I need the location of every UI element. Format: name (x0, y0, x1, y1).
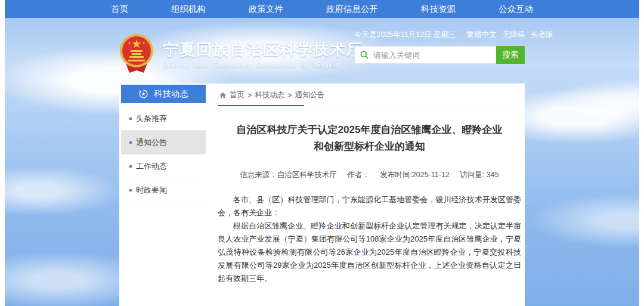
link-accessibility[interactable]: 无障碍 (503, 30, 525, 40)
breadcrumb: 首页 > 科技动态 > 通知公告 (218, 84, 521, 106)
breadcrumb-separator: > (247, 91, 252, 100)
sidebar-item-notices[interactable]: 通知公告 (121, 131, 206, 154)
search-box (354, 46, 496, 64)
page: 首页 组织机构 政策文件 政府信息公开 科技资源 公众互动 宁夏回族自治区科学技… (0, 0, 644, 306)
meta-publish-date: 发布时间:2025-11-12 (380, 171, 450, 179)
nav-item-organization[interactable]: 组织机构 (171, 4, 206, 15)
meta-source: 信息来源：自治区科学技术厅 (240, 171, 337, 179)
sidebar-item-label: 头条推荐 (136, 113, 167, 124)
sidebar-menu: 头条推荐 通知公告 工作动态 时政要闻 (121, 103, 206, 202)
article-paragraph: 根据自治区雏鹰企业、瞪羚企业和创新型标杆企业认定管理有关规定，决定认定半亩良人农… (218, 220, 521, 285)
article: 首页 > 科技动态 > 通知公告 自治区科技厅关于认定2025年度自治区雏鹰企业… (218, 84, 521, 306)
search-icon (360, 50, 369, 60)
site-titles: 宁夏回族自治区科学技术厅 Science and Technology Depa… (163, 40, 363, 69)
top-navbar: 首页 组织机构 政策文件 政府信息公开 科技资源 公众互动 (5, 0, 639, 18)
home-icon (219, 91, 227, 99)
link-elder-version[interactable]: 长者版 (531, 30, 553, 40)
search-bar: 搜索 (354, 46, 525, 64)
breadcrumb-current: 通知公告 (295, 90, 325, 100)
top-links: 今天是2025年11月12日 星期三 繁體中文 无障碍 长者版 (354, 30, 525, 40)
national-emblem-logo (117, 33, 156, 75)
sidebar-item-work-news[interactable]: 工作动态 (121, 154, 206, 178)
sidebar-item-headlines[interactable]: 头条推荐 (121, 107, 206, 131)
nav-item-public-interaction[interactable]: 公众互动 (499, 4, 533, 15)
article-body: 各市、县（区）科技管理部门，宁东能源化工基地管委会，银川经济技术开发区管委会，各… (218, 193, 521, 285)
nav-item-gov-info[interactable]: 政府信息公开 (326, 4, 378, 15)
sidebar-item-political-news[interactable]: 时政要闻 (121, 178, 206, 202)
nav-item-home[interactable]: 首页 (111, 4, 128, 15)
sidebar-item-label: 工作动态 (136, 161, 167, 172)
main-content-panel: 科技动态 头条推荐 通知公告 工作动态 时政要闻 (119, 84, 525, 306)
bullet-icon (129, 189, 132, 191)
sidebar-item-label: 时政要闻 (136, 185, 167, 196)
article-meta: 信息来源：自治区科学技术厅 作者： 发布时间:2025-11-12 访问量: 3… (218, 170, 521, 180)
sci-news-icon (138, 89, 148, 99)
bullet-icon (129, 141, 132, 144)
meta-views: 访问量: 345 (460, 171, 499, 179)
nav-item-policy-documents[interactable]: 政策文件 (249, 4, 283, 15)
article-title: 自治区科技厅关于认定2025年度自治区雏鹰企业、瞪羚企业 和创新型标杆企业的通知 (218, 122, 521, 155)
sidebar: 科技动态 头条推荐 通知公告 工作动态 时政要闻 (121, 85, 206, 202)
bullet-icon (129, 118, 132, 120)
sidebar-title: 科技动态 (154, 88, 188, 100)
article-paragraph: 各市、县（区）科技管理部门，宁东能源化工基地管委会，银川经济技术开发区管委会，各… (218, 193, 521, 220)
sidebar-header: 科技动态 (121, 85, 206, 103)
nav-item-sci-resources[interactable]: 科技资源 (421, 4, 456, 15)
search-button[interactable]: 搜索 (496, 46, 525, 64)
today-date: 今天是2025年11月12日 星期三 (354, 30, 456, 40)
site-title: 宁夏回族自治区科学技术厅 (163, 40, 363, 59)
site-header: 宁夏回族自治区科学技术厅 Science and Technology Depa… (117, 33, 363, 75)
breadcrumb-sci-news[interactable]: 科技动态 (255, 90, 284, 100)
sidebar-item-label: 通知公告 (136, 137, 167, 148)
link-traditional-chinese[interactable]: 繁體中文 (467, 30, 497, 40)
breadcrumb-accent-bar (218, 105, 304, 106)
bullet-icon (129, 165, 132, 168)
article-title-line2: 和创新型标杆企业的通知 (218, 138, 521, 155)
search-input[interactable] (373, 51, 491, 60)
article-title-line1: 自治区科技厅关于认定2025年度自治区雏鹰企业、瞪羚企业 (218, 122, 521, 138)
meta-author: 作者： (347, 171, 370, 179)
breadcrumb-separator: > (287, 91, 292, 100)
site-subtitle: Science and Technology Department of Nin… (163, 61, 363, 69)
breadcrumb-home[interactable]: 首页 (230, 90, 244, 100)
header-right: 今天是2025年11月12日 星期三 繁體中文 无障碍 长者版 搜索 (354, 30, 525, 64)
